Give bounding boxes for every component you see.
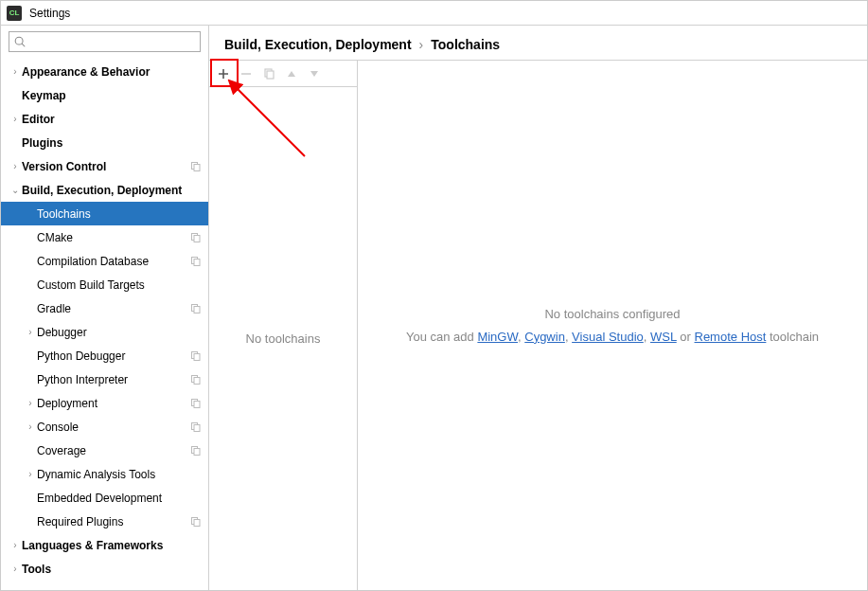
sidebar-item-label: Tools xyxy=(22,563,203,576)
main-area: Appearance & BehaviorKeymapEditorPlugins… xyxy=(1,26,867,590)
search-box[interactable] xyxy=(9,31,201,52)
svg-rect-7 xyxy=(194,259,200,265)
search-input[interactable] xyxy=(13,35,196,48)
hint-prefix: You can add xyxy=(406,330,477,344)
sidebar-item-console[interactable]: Console xyxy=(1,415,208,439)
tree-arrow-icon xyxy=(9,564,22,574)
move-down-button[interactable] xyxy=(304,63,325,84)
sidebar-item-label: Debugger xyxy=(37,326,203,339)
settings-tree: Appearance & BehaviorKeymapEditorPlugins… xyxy=(1,58,208,590)
minus-icon xyxy=(239,67,253,81)
sidebar-item-cmake[interactable]: CMake xyxy=(1,225,208,249)
triangle-down-icon xyxy=(309,68,320,80)
svg-rect-23 xyxy=(267,71,274,79)
list-toolbar xyxy=(209,61,357,87)
sidebar-item-languages-frameworks[interactable]: Languages & Frameworks xyxy=(1,533,208,557)
sidebar-item-compilation-database[interactable]: Compilation Database xyxy=(1,249,208,273)
add-button[interactable] xyxy=(213,63,234,84)
breadcrumb-parent[interactable]: Build, Execution, Deployment xyxy=(224,37,412,52)
empty-title: No toolchains configured xyxy=(406,303,819,325)
svg-rect-21 xyxy=(194,519,200,526)
sidebar-item-dynamic-analysis-tools[interactable]: Dynamic Analysis Tools xyxy=(1,462,208,486)
sidebar-item-editor[interactable]: Editor xyxy=(1,107,208,131)
sidebar-item-build-execution-deployment[interactable]: Build, Execution, Deployment xyxy=(1,178,208,202)
sidebar-item-coverage[interactable]: Coverage xyxy=(1,439,208,462)
tree-arrow-icon xyxy=(9,114,22,124)
sidebar-item-label: Build, Execution, Deployment xyxy=(22,184,203,197)
empty-hint: You can add MinGW, Cygwin, Visual Studio… xyxy=(406,326,819,348)
search-icon xyxy=(13,35,27,48)
sidebar-item-label: Dynamic Analysis Tools xyxy=(37,468,203,481)
sidebar-item-tools[interactable]: Tools xyxy=(1,557,208,581)
tree-arrow-icon xyxy=(24,398,37,408)
link-mingw[interactable]: MinGW xyxy=(477,330,518,344)
sidebar-item-label: Plugins xyxy=(22,136,203,150)
sidebar-item-label: Python Debugger xyxy=(37,349,189,363)
project-scope-icon xyxy=(189,515,203,528)
app-icon: CL xyxy=(7,6,22,21)
svg-rect-3 xyxy=(194,164,200,170)
sidebar-item-label: Embedded Development xyxy=(37,492,203,505)
project-scope-icon xyxy=(189,421,203,434)
sidebar-item-version-control[interactable]: Version Control xyxy=(1,154,208,178)
tree-arrow-icon xyxy=(24,469,37,479)
search-row xyxy=(1,26,208,58)
svg-rect-19 xyxy=(194,448,200,455)
svg-rect-17 xyxy=(194,424,200,431)
svg-rect-9 xyxy=(194,306,200,313)
sidebar-item-python-interpreter[interactable]: Python Interpreter xyxy=(1,367,208,391)
content-body: No toolchains No toolchains configured Y… xyxy=(209,60,867,590)
svg-point-0 xyxy=(15,37,23,45)
project-scope-icon xyxy=(189,444,203,457)
sidebar-item-label: Console xyxy=(37,421,189,434)
sidebar-item-label: Appearance & Behavior xyxy=(22,65,203,79)
sidebar-item-embedded-development[interactable]: Embedded Development xyxy=(1,486,208,510)
window-title: Settings xyxy=(29,7,70,20)
toolchain-detail-panel: No toolchains configured You can add Min… xyxy=(357,60,867,590)
sidebar-item-label: Languages & Frameworks xyxy=(22,539,203,552)
sidebar-item-label: Editor xyxy=(22,113,203,126)
copy-button[interactable] xyxy=(258,63,279,84)
remove-button[interactable] xyxy=(236,63,257,84)
link-visual-studio[interactable]: Visual Studio xyxy=(572,330,644,344)
hint-or: or xyxy=(677,330,695,344)
sidebar-item-custom-build-targets[interactable]: Custom Build Targets xyxy=(1,273,208,296)
sidebar-item-label: Coverage xyxy=(37,444,189,457)
svg-line-1 xyxy=(22,44,25,46)
empty-state: No toolchains configured You can add Min… xyxy=(406,303,819,348)
plus-icon xyxy=(217,67,230,81)
svg-rect-15 xyxy=(194,401,200,407)
sidebar-item-label: Required Plugins xyxy=(37,515,189,528)
sidebar-item-keymap[interactable]: Keymap xyxy=(1,83,208,107)
sidebar-item-required-plugins[interactable]: Required Plugins xyxy=(1,510,208,533)
link-remote-host[interactable]: Remote Host xyxy=(695,330,767,344)
link-cygwin[interactable]: Cygwin xyxy=(524,330,565,344)
tree-arrow-icon xyxy=(9,540,22,550)
sidebar-item-plugins[interactable]: Plugins xyxy=(1,131,208,154)
sidebar-item-gradle[interactable]: Gradle xyxy=(1,296,208,320)
sidebar-item-deployment[interactable]: Deployment xyxy=(1,391,208,415)
tree-arrow-icon xyxy=(24,327,37,337)
sidebar-item-debugger[interactable]: Debugger xyxy=(1,320,208,344)
project-scope-icon xyxy=(189,302,203,315)
hint-suffix: toolchain xyxy=(766,330,819,344)
sidebar-item-toolchains[interactable]: Toolchains xyxy=(1,202,208,225)
svg-rect-5 xyxy=(194,235,200,242)
sidebar-item-label: Keymap xyxy=(22,89,203,102)
copy-icon xyxy=(262,67,275,81)
sidebar-item-label: CMake xyxy=(37,231,189,244)
triangle-up-icon xyxy=(286,68,297,80)
settings-sidebar: Appearance & BehaviorKeymapEditorPlugins… xyxy=(1,26,209,590)
sidebar-item-python-debugger[interactable]: Python Debugger xyxy=(1,344,208,367)
titlebar: CL Settings xyxy=(1,1,867,26)
link-wsl[interactable]: WSL xyxy=(650,330,677,344)
sidebar-item-label: Version Control xyxy=(22,160,189,173)
sidebar-item-appearance-behavior[interactable]: Appearance & Behavior xyxy=(1,60,208,83)
tree-arrow-icon xyxy=(9,66,22,77)
sidebar-item-label: Deployment xyxy=(37,397,189,410)
tree-arrow-icon xyxy=(9,161,22,171)
project-scope-icon xyxy=(189,255,203,268)
svg-rect-11 xyxy=(194,353,200,360)
move-up-button[interactable] xyxy=(281,63,302,84)
sidebar-item-label: Compilation Database xyxy=(37,255,189,268)
